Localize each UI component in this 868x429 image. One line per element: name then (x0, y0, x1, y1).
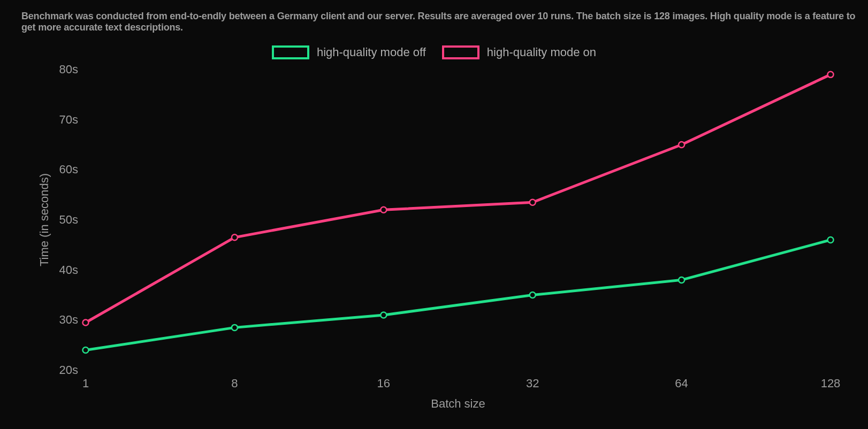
data-point (679, 277, 684, 283)
x-tick-label: 32 (526, 377, 539, 390)
x-tick-label: 16 (377, 377, 390, 390)
chart-subtitle: Benchmark was conducted from end-to-endl… (21, 11, 868, 33)
x-tick-label: 8 (231, 377, 238, 390)
y-tick-label: 20s (59, 363, 78, 377)
y-tick-label: 80s (59, 64, 78, 76)
legend-item-on: high-quality mode on (442, 45, 596, 59)
data-point (83, 320, 89, 326)
legend-label-on: high-quality mode on (487, 45, 596, 59)
legend-swatch-green (272, 45, 309, 59)
y-tick-label: 30s (59, 313, 78, 326)
data-point (679, 142, 684, 148)
series-line (86, 74, 831, 323)
x-tick-label: 64 (675, 377, 688, 390)
chart-legend: high-quality mode off high-quality mode … (0, 45, 868, 59)
data-point (83, 347, 89, 353)
x-tick-label: 1 (82, 377, 89, 390)
data-point (232, 325, 238, 331)
x-tick-label: 128 (821, 377, 841, 390)
y-axis-label: Time (in seconds) (37, 173, 51, 266)
series-line (86, 240, 831, 350)
y-tick-label: 50s (59, 213, 78, 226)
legend-label-off: high-quality mode off (317, 45, 426, 59)
chart-plot: 20s30s40s50s60s70s80sTime (in seconds)18… (32, 64, 847, 413)
y-tick-label: 70s (59, 113, 78, 126)
y-tick-label: 40s (59, 263, 78, 277)
chart-svg: 20s30s40s50s60s70s80sTime (in seconds)18… (32, 64, 847, 413)
data-point (828, 72, 834, 78)
data-point (380, 207, 386, 213)
legend-item-off: high-quality mode off (272, 45, 426, 59)
data-point (530, 292, 536, 298)
data-point (380, 312, 386, 318)
legend-swatch-pink (442, 45, 479, 59)
y-tick-label: 60s (59, 163, 78, 176)
data-point (232, 234, 238, 240)
x-axis-label: Batch size (431, 397, 485, 410)
data-point (828, 237, 834, 243)
data-point (530, 200, 536, 205)
